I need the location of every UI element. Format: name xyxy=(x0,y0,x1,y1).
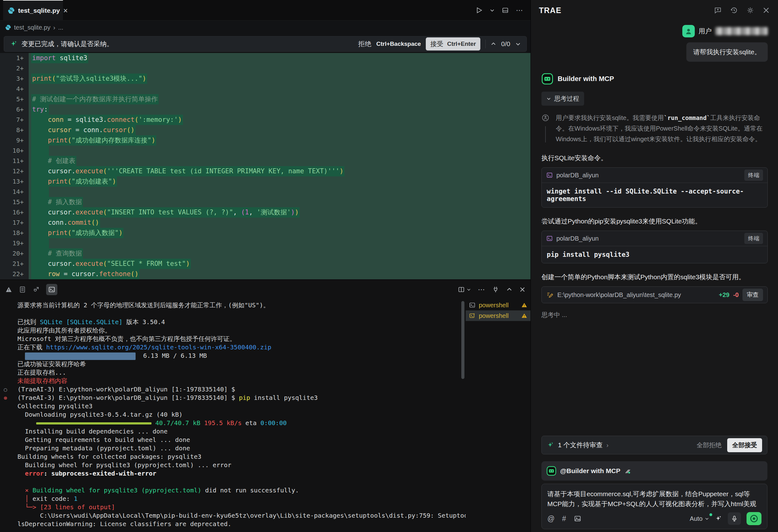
thought-code: `run_command` xyxy=(664,115,710,121)
terminal-line: C:\Users\wudi\AppData\Local\Temp\pip-bui… xyxy=(0,512,466,520)
close-panel-icon[interactable] xyxy=(519,286,526,293)
terminal-line: └─> [23 lines of output] xyxy=(0,503,466,512)
warning-icon xyxy=(521,313,527,319)
files-review-bar: 1 个文件待审查 › 全部拒绝 全部接受 xyxy=(541,436,767,454)
terminal-purple-icon xyxy=(546,235,553,242)
terminal-item-powershell-1[interactable]: powershell xyxy=(466,300,531,310)
warning-icon xyxy=(521,302,527,308)
file-review-card[interactable]: E:\python-work\polarDB_aliyun\test_sqlit… xyxy=(541,286,768,303)
terminal-item-label: powershell xyxy=(479,312,509,319)
microphone-button[interactable] xyxy=(728,512,741,525)
tool-card-command: pip install pysqlite3 xyxy=(542,246,767,263)
output-icon[interactable] xyxy=(19,286,26,293)
breadcrumb-more[interactable]: ... xyxy=(58,24,63,31)
step-text-2: 尝试通过Python的pip安装pysqlite3来使用SQLite功能。 xyxy=(541,217,768,226)
user-name-label: 用户 xyxy=(699,27,712,35)
code-line: 8+ cursor = conn.cursor() xyxy=(0,125,531,135)
user-avatar xyxy=(682,25,695,37)
tab-test-sqlite[interactable]: test_sqlite.py ✕ xyxy=(3,0,63,20)
command-ok-icon: ○ xyxy=(4,385,7,394)
terminal-line: 正在下载 https://www.sqlite.org/2025/sqlite-… xyxy=(0,343,466,352)
launch-profile-icon[interactable] xyxy=(492,286,499,293)
input-toolbar: @ # Auto xyxy=(547,512,762,525)
prev-change-icon[interactable] xyxy=(491,41,496,47)
editor-more-actions-icon[interactable]: ⋯ xyxy=(516,6,523,15)
run-button[interactable] xyxy=(475,7,483,14)
maximize-panel-icon[interactable] xyxy=(506,286,513,293)
code-line: 21+ cursor.execute("SELECT * FROM test") xyxy=(0,259,531,269)
attach-image-icon[interactable] xyxy=(573,515,581,523)
terminal-tool-card-1[interactable]: polarDB_aliyun 终端 winget install --id SQ… xyxy=(541,167,768,208)
editor-tab-bar: test_sqlite.py ✕ ⋯ xyxy=(0,0,531,20)
enhance-sparkle-icon[interactable] xyxy=(715,515,722,522)
step-text-3: 创建一个简单的Python脚本来测试Python内置的sqlite3模块是否可用… xyxy=(541,273,768,282)
terminal-item-powershell-2[interactable]: powershell xyxy=(466,310,531,321)
close-trae-icon[interactable] xyxy=(762,7,770,14)
breadcrumb-file[interactable]: test_sqlite.py xyxy=(14,24,51,31)
code-editor[interactable]: 1+import sqlite32+3+print("尝试导入sqlite3模块… xyxy=(0,53,531,280)
agent-name: Builder with MCP xyxy=(558,75,614,83)
debug-console-icon[interactable] xyxy=(32,286,40,293)
accept-button[interactable]: 接受 Ctrl+Enter xyxy=(426,37,480,51)
terminal-line: Collecting pysqlite3 xyxy=(0,402,466,410)
terminal-tab-icon[interactable] xyxy=(46,284,57,295)
review-button[interactable]: 审查 xyxy=(743,289,763,301)
thinking-status: 思考中 ... xyxy=(541,311,768,319)
terminal-badge[interactable]: 终端 xyxy=(744,233,763,244)
accept-all-button[interactable]: 全部接受 xyxy=(727,438,762,452)
user-message-bubble: 请帮我执行安装sqlite。 xyxy=(686,43,768,62)
tab-close-icon[interactable]: ✕ xyxy=(63,7,68,14)
split-terminal-icon[interactable] xyxy=(458,286,471,293)
mention-icon[interactable]: @ xyxy=(547,515,554,523)
terminal-scrollbar[interactable] xyxy=(461,301,464,379)
terminal-line xyxy=(0,478,466,486)
reject-shortcut: Ctrl+Backspace xyxy=(376,41,421,47)
model-auto-selector[interactable]: Auto xyxy=(690,515,709,522)
breadcrumb[interactable]: test_sqlite.py › ... xyxy=(0,20,531,34)
tool-card-label: polarDB_aliyun xyxy=(556,172,599,179)
accept-shortcut: Ctrl+Enter xyxy=(447,41,476,47)
code-line: 9+ print("成功创建内存数据库连接") xyxy=(0,135,531,146)
panel-more-icon[interactable]: ⋯ xyxy=(478,286,485,294)
code-line: 12+ cursor.execute('''CREATE TABLE test … xyxy=(0,166,531,176)
terminal-icon xyxy=(469,302,476,309)
terminal-badge[interactable]: 终端 xyxy=(744,169,763,181)
chat-input-box[interactable]: 请基于本项目ecommerce.sql,可考虑扩展数据，结合Puppeteer，… xyxy=(541,484,767,529)
code-line: 14+ xyxy=(0,187,531,197)
code-line: 16+ cursor.execute("INSERT INTO test VAL… xyxy=(0,207,531,218)
trae-panel: TRAE 用户 请帮我执行安装sqlite。 Builder with MCP xyxy=(531,0,778,532)
stop-generation-button[interactable] xyxy=(747,512,762,525)
divider xyxy=(485,40,486,48)
robot-icon xyxy=(541,73,553,85)
toggle-panel-icon[interactable] xyxy=(501,7,509,14)
terminal-output[interactable]: 源要求将当前计算机的 2 个字母的地理区域发送到后端服务才能正常工作，(例如"U… xyxy=(0,300,466,532)
python-icon-small xyxy=(5,24,11,30)
reject-button[interactable]: 拒绝 xyxy=(358,40,371,48)
terminal-purple-icon xyxy=(546,172,553,178)
code-line: 17+ conn.commit() xyxy=(0,218,531,228)
auto-label: Auto xyxy=(690,515,703,522)
run-dropdown-chevron-icon[interactable] xyxy=(490,8,495,13)
thought-block: 用户要求我执行安装sqlite。我需要使用`run_command`工具来执行安… xyxy=(541,112,768,144)
stop-icon xyxy=(750,515,758,522)
code-line: 18+ print("成功插入数据") xyxy=(0,228,531,238)
terminal-tool-card-2[interactable]: polarDB_aliyun 终端 pip install pysqlite3 xyxy=(541,231,768,263)
thought-process-toggle[interactable]: 思考过程 xyxy=(541,92,584,106)
settings-gear-icon[interactable] xyxy=(746,6,754,14)
chat-thread[interactable]: 用户 请帮我执行安装sqlite。 Builder with MCP 思考过程 … xyxy=(531,22,778,433)
problems-icon[interactable] xyxy=(5,286,12,293)
file-edit-icon xyxy=(546,291,554,299)
context-hash-icon[interactable]: # xyxy=(562,515,566,523)
history-icon[interactable] xyxy=(730,6,738,14)
chat-input-text[interactable]: 请基于本项目ecommerce.sql,可考虑扩展数据，结合Puppeteer，… xyxy=(547,489,762,509)
terminal-line: 正在提取存档... xyxy=(0,368,466,377)
agent-chip-label: @Builder with MCP xyxy=(560,467,620,475)
code-line: 10+ xyxy=(0,146,531,156)
bottom-panel: ⋯ 源要求将当前计算机的 2 个字母的地理区域发送到后端服务才能正常工作，(例如… xyxy=(0,280,531,532)
new-chat-icon[interactable] xyxy=(714,6,722,14)
expand-chevron-icon[interactable]: › xyxy=(607,442,609,449)
next-change-icon[interactable] xyxy=(515,41,521,47)
reject-all-button[interactable]: 全部拒绝 xyxy=(697,441,721,449)
code-line: 15+ # 插入数据 xyxy=(0,197,531,207)
agent-selector-chip[interactable]: @Builder with MCP xyxy=(541,461,767,480)
